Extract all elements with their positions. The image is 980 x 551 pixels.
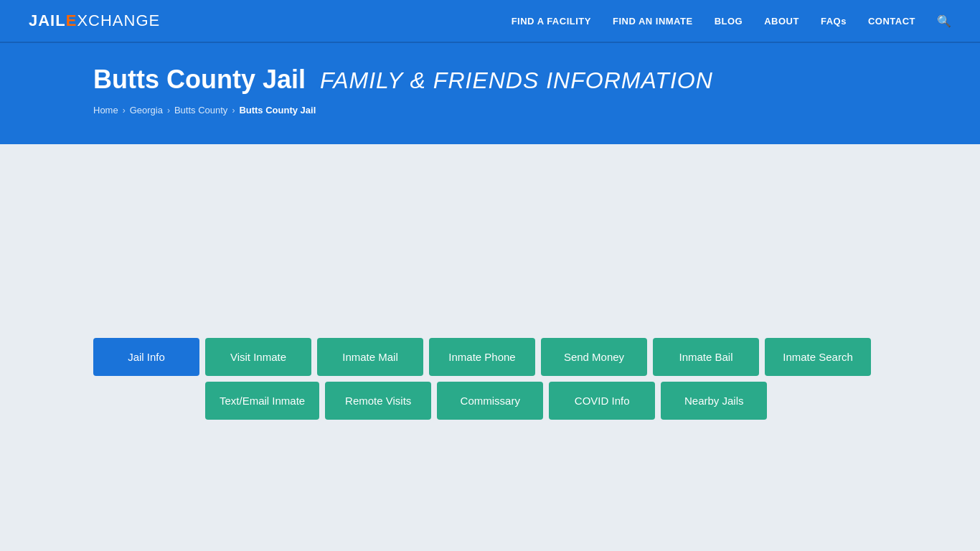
nav-find-inmate[interactable]: FIND AN INMATE [613, 16, 693, 27]
btn-remote-visits[interactable]: Remote Visits [325, 382, 431, 420]
logo-x-letter: E [66, 11, 77, 30]
btn-send-money[interactable]: Send Money [541, 338, 647, 376]
nav-contact[interactable]: CONTACT [868, 16, 915, 27]
main-nav: FIND A FACILITY FIND AN INMATE BLOG ABOU… [512, 14, 951, 28]
site-logo[interactable]: JAILEXCHANGE [29, 11, 160, 30]
nav-faqs[interactable]: FAQs [821, 16, 847, 27]
logo-jail-text: JAIL [29, 11, 66, 30]
hero-section: Butts County Jail FAMILY & FRIENDS INFOR… [0, 43, 980, 144]
breadcrumb: Home › Georgia › Butts County › Butts Co… [93, 105, 951, 116]
btn-text-email-inmate[interactable]: Text/Email Inmate [205, 382, 319, 420]
breadcrumb-home[interactable]: Home [93, 105, 118, 116]
btn-commissary[interactable]: Commissary [437, 382, 543, 420]
btn-inmate-phone[interactable]: Inmate Phone [429, 338, 535, 376]
nav-about[interactable]: ABOUT [764, 16, 799, 27]
btn-inmate-mail[interactable]: Inmate Mail [317, 338, 423, 376]
btn-inmate-search[interactable]: Inmate Search [765, 338, 871, 376]
ad-area [93, 144, 887, 331]
buttons-row-1: Jail Info Visit Inmate Inmate Mail Inmat… [93, 338, 887, 376]
buttons-row-2: Text/Email Inmate Remote Visits Commissa… [93, 382, 887, 420]
btn-covid-info[interactable]: COVID Info [549, 382, 655, 420]
breadcrumb-butts-county[interactable]: Butts County [174, 105, 227, 116]
title-main: Butts County Jail [93, 65, 306, 94]
breadcrumb-sep-1: › [123, 105, 126, 116]
breadcrumb-georgia[interactable]: Georgia [130, 105, 163, 116]
btn-inmate-bail[interactable]: Inmate Bail [653, 338, 759, 376]
page-title: Butts County Jail FAMILY & FRIENDS INFOR… [93, 65, 951, 95]
nav-blog[interactable]: BLOG [715, 16, 743, 27]
btn-visit-inmate[interactable]: Visit Inmate [205, 338, 311, 376]
navigation-buttons: Jail Info Visit Inmate Inmate Mail Inmat… [93, 331, 887, 420]
main-content: Jail Info Visit Inmate Inmate Mail Inmat… [0, 144, 980, 468]
nav-find-facility[interactable]: FIND A FACILITY [512, 16, 591, 27]
site-header: JAILEXCHANGE FIND A FACILITY FIND AN INM… [0, 0, 980, 43]
search-icon[interactable]: 🔍 [937, 14, 951, 28]
title-sub: FAMILY & FRIENDS INFORMATION [320, 67, 713, 93]
btn-jail-info[interactable]: Jail Info [93, 338, 199, 376]
breadcrumb-sep-2: › [167, 105, 170, 116]
breadcrumb-sep-3: › [232, 105, 235, 116]
logo-xchange-text: XCHANGE [77, 11, 160, 30]
breadcrumb-current: Butts County Jail [239, 105, 316, 116]
btn-nearby-jails[interactable]: Nearby Jails [661, 382, 767, 420]
